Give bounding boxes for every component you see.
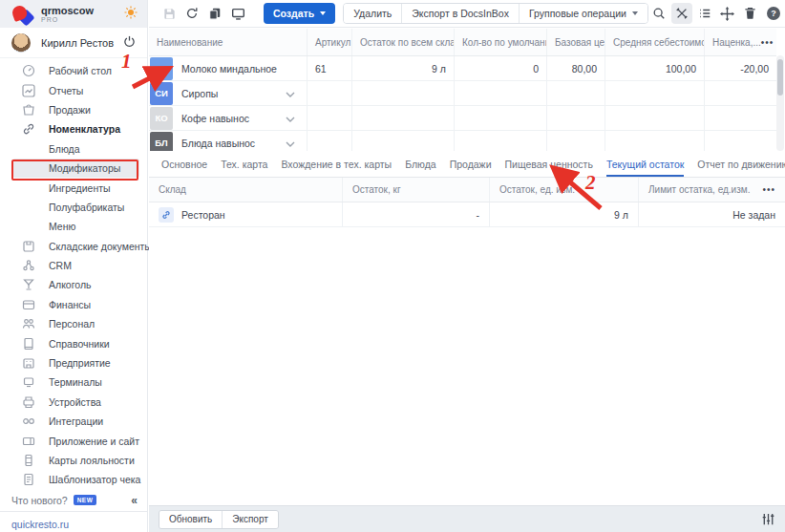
delete-button[interactable]: Удалить (344, 4, 402, 23)
tab-sales[interactable]: Продажи (450, 151, 492, 177)
export-button[interactable]: Экспорт (223, 511, 278, 528)
sidebar-item-devices[interactable]: Устройства (0, 393, 147, 412)
table-row[interactable]: КО Кофе навынос (149, 106, 776, 131)
sidebar-item-directories[interactable]: Справочники (0, 333, 147, 352)
sidebar: qrmoscow PRO Кирилл Рестов Рабочий стол … (0, 0, 148, 532)
brand-header: qrmoscow PRO (0, 0, 147, 28)
tab-movement-report[interactable]: Отчет по движению (697, 151, 785, 177)
sidebar-item-dashboard[interactable]: Рабочий стол (0, 61, 147, 80)
move-icon[interactable] (717, 3, 738, 24)
column-header-warehouse[interactable]: Склад (149, 178, 343, 202)
refresh-icon[interactable] (181, 3, 202, 24)
sidebar-item-label: Карты лояльности (49, 455, 135, 466)
create-button-label: Создать (273, 8, 314, 19)
sidebar-item-app-site[interactable]: Приложение и сайт (0, 431, 147, 450)
sidebar-item-nomenclature[interactable]: Номенклатура (0, 119, 147, 138)
display-icon[interactable] (227, 3, 248, 24)
quickresto-link[interactable]: quickresto.ru (11, 519, 69, 530)
tab-main[interactable]: Основное (161, 151, 207, 177)
column-header-sku[interactable]: Артикул (308, 29, 352, 55)
refresh-button[interactable]: Обновить (159, 511, 223, 528)
sidebar-item-label: Блюда (49, 143, 80, 155)
category-name: Блюда навынос (181, 138, 255, 149)
sidebar-item-finance[interactable]: Финансы (0, 295, 147, 314)
sidebar-item-alcohol[interactable]: Алкоголь (0, 275, 147, 294)
help-icon[interactable]: ? (763, 3, 784, 24)
column-header-stock-kg[interactable]: Остаток, кг (343, 178, 490, 202)
tab-tech-card-usage[interactable]: Вхождение в тех. карты (281, 151, 392, 177)
category-name: Кофе навынос (181, 113, 249, 124)
column-header-base-price[interactable]: Базовая цена... (547, 29, 605, 55)
column-header-stock-all[interactable]: Остаток по всем складам,... (352, 29, 455, 55)
stock-table-row[interactable]: Ресторан - 9 л Не задан (149, 202, 785, 227)
sidebar-item-label: Рабочий стол (49, 65, 112, 76)
sidebar-item-terminals[interactable]: Терминалы (0, 372, 147, 392)
workspace-name: qrmoscow (41, 5, 94, 16)
sidebar-item-sales[interactable]: Продажи (0, 100, 147, 119)
tab-nutrition[interactable]: Пищевая ценность (505, 151, 593, 177)
column-header-avg-cost[interactable]: Средняя себестоимость... (605, 29, 705, 55)
create-button[interactable]: Создать (264, 3, 335, 24)
receipt-template-icon (21, 473, 35, 487)
main-content: Создать Удалить Экспорт в DocsInBox Груп… (149, 0, 785, 532)
scrollbar-thumb[interactable] (777, 59, 783, 96)
tab-dishes[interactable]: Блюда (405, 151, 436, 177)
sidebar-item-ingredients[interactable]: Ингредиенты (0, 178, 147, 197)
table-row[interactable]: Молоко миндальное 61 9 л 0 80,00 100,00 … (149, 56, 776, 81)
sidebar-nav: Рабочий стол Отчеты Продажи Номенклатура… (0, 58, 147, 490)
sidebar-item-label: Отчеты (49, 85, 83, 96)
refresh-button-label: Обновить (169, 514, 212, 524)
column-header-name[interactable]: Наименование (149, 29, 308, 55)
column-header-qty-default[interactable]: Кол-во по умолчанию (455, 29, 547, 55)
dashboard-icon (21, 64, 35, 78)
column-header-stock-limit[interactable]: Лимит остатка, ед.изм. ••• (639, 178, 785, 202)
tab-label: Основное (161, 159, 207, 170)
sidebar-item-crm[interactable]: CRM (0, 256, 147, 275)
stock-table: Склад Остаток, кг Остаток, ед. изм. Лими… (149, 178, 785, 227)
group-operations-button[interactable]: Групповые операции (520, 4, 647, 23)
collapse-sidebar-icon[interactable]: « (131, 494, 138, 507)
copy-icon[interactable] (204, 3, 225, 24)
sidebar-item-warehouse-docs[interactable]: Складские документы (0, 237, 147, 256)
table-scrollbar[interactable] (776, 55, 784, 151)
new-badge: NEW (74, 495, 97, 505)
sidebar-item-semifinished[interactable]: Полуфабрикаты (0, 198, 147, 217)
columns-settings-icon[interactable]: ••• (762, 184, 775, 195)
tab-tech-card[interactable]: Тех. карта (221, 151, 267, 177)
sidebar-item-receipt-template[interactable]: Шаблонизатор чека (0, 470, 147, 489)
chevron-down-icon[interactable] (286, 113, 299, 124)
sidebar-item-menu[interactable]: Меню (0, 217, 147, 236)
tab-current-stock[interactable]: Текущий остаток (606, 151, 684, 177)
save-icon[interactable] (159, 3, 180, 24)
chevron-down-icon[interactable] (286, 138, 299, 149)
whats-new-label[interactable]: Что нового? (11, 495, 68, 506)
tab-label: Тех. карта (221, 159, 267, 170)
chevron-down-icon[interactable] (286, 88, 299, 99)
sidebar-item-modifiers[interactable]: Модификаторы (12, 159, 139, 178)
search-icon[interactable] (648, 3, 669, 24)
list-view-icon[interactable] (694, 3, 715, 24)
column-header-stock-limit-label: Лимит остатка, ед.изм. (648, 184, 750, 195)
brightness-icon[interactable] (124, 6, 138, 23)
columns-settings-icon[interactable]: ••• (761, 37, 774, 48)
svg-text:?: ? (771, 9, 776, 18)
export-docsinbox-button[interactable]: Экспорт в DocsInBox (402, 4, 520, 23)
table-settings-sliders-icon[interactable] (761, 512, 775, 526)
sidebar-item-loyalty-cards[interactable]: Карты лояльности (0, 451, 147, 470)
column-header-markup[interactable]: Наценка,... ••• (705, 29, 776, 55)
sidebar-item-staff[interactable]: Персонал (0, 314, 147, 333)
sidebar-item-reports[interactable]: Отчеты (0, 80, 147, 99)
avatar[interactable] (11, 33, 31, 53)
tools-icon[interactable] (671, 3, 692, 24)
logout-power-icon[interactable] (123, 34, 136, 52)
devices-icon (21, 394, 35, 409)
sidebar-item-label: Приложение и сайт (49, 436, 139, 447)
sidebar-item-enterprise[interactable]: Предприятие (0, 353, 147, 372)
table-row[interactable]: СИ Сиропы (149, 81, 776, 106)
sidebar-item-dishes[interactable]: Блюда (0, 139, 147, 159)
trash-icon[interactable] (740, 3, 761, 24)
sidebar-item-label: Предприятие (49, 357, 111, 369)
column-header-stock-unit[interactable]: Остаток, ед. изм. (490, 178, 639, 202)
finance-icon (21, 297, 35, 311)
sidebar-item-integrations[interactable]: Интеграции (0, 412, 147, 431)
